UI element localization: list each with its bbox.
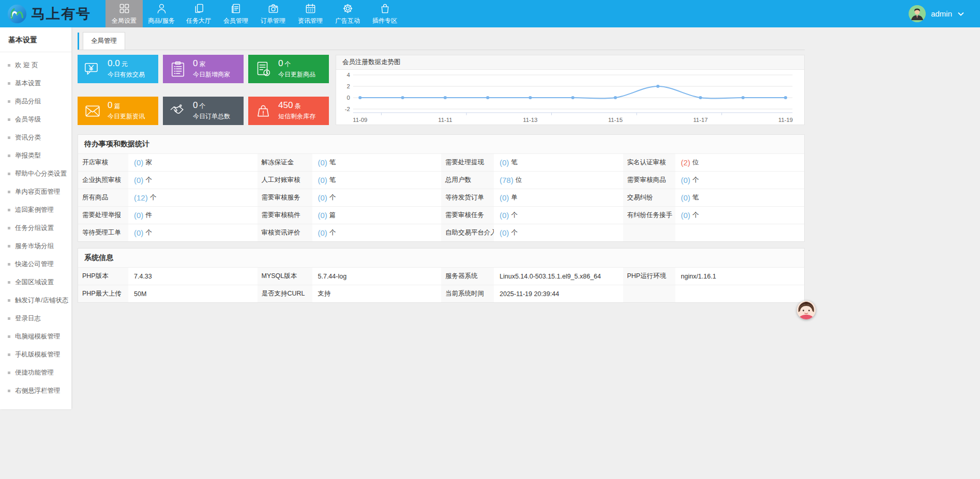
todo-value-unit: 笔 [511,158,518,167]
nav-item-order-mgmt[interactable]: 订单管理 [254,0,292,27]
todo-value-link[interactable]: (2) [681,158,690,167]
todo-value-unit: 个 [329,228,336,237]
todo-value-link[interactable]: (0) [681,211,690,220]
nav-item-ad-interact[interactable]: 广告互动 [329,0,366,27]
stat-card-text: 0个今日订单总数 [193,101,230,121]
sidebar-item-news-category[interactable]: 资讯分类 [0,129,71,147]
nav-item-global-settings[interactable]: 全局设置 [105,0,143,27]
todo-value-link[interactable]: (0) [134,211,143,220]
todo-value-link[interactable]: (0) [681,193,690,202]
todo-value-link[interactable]: (0) [134,228,143,237]
todo-value-link[interactable]: (0) [318,228,327,237]
todo-value-link[interactable]: (0) [318,176,327,184]
system-item-value: 5.7.44-log [312,268,442,285]
todo-value-link[interactable]: (0) [500,158,509,167]
sidebar-item-trigger-order-status[interactable]: 触发订单/店铺状态 [0,291,71,310]
todo-value-unit: 笔 [329,158,336,167]
todo-value-link[interactable]: (0) [681,176,690,184]
todo-value-link[interactable]: (0) [318,211,327,220]
stat-card-order-total[interactable]: 0个今日订单总数 [163,97,244,125]
system-info-panel: 系统信息 PHP版本7.4.33MYSQL版本5.7.44-log服务器系统Li… [78,248,805,303]
system-item-label: MYSQL版本 [258,268,312,285]
stat-card-label: 今日有效交易 [108,70,145,79]
envelope-icon [83,102,102,120]
tab-global-management[interactable]: 全局管理 [83,32,125,50]
stat-card-text: 450条短信剩余库存 [278,101,315,121]
stat-card-value: 0 [193,100,198,110]
nav-item-news-mgmt[interactable]: 资讯管理 [292,0,329,27]
stat-card-value: 0 [278,58,283,68]
sidebar-item-welcome[interactable]: 欢 迎 页 [0,56,71,74]
sidebar-item-single-page-mgmt[interactable]: 单内容页面管理 [0,183,71,201]
chevron-down-icon [957,10,964,18]
sidebar-item-region-settings[interactable]: 全国区域设置 [0,273,71,291]
todo-value-unit: 笔 [692,193,699,202]
user-menu[interactable]: admin [909,0,980,27]
todo-value-link[interactable]: (0) [500,193,509,202]
system-item-label: PHP版本 [78,268,128,285]
todo-value-unit: 件 [145,211,152,220]
sidebar-item-member-level[interactable]: 会员等级 [0,111,71,129]
svg-text:-2: -2 [345,106,350,112]
svg-text:11-15: 11-15 [608,117,623,123]
stat-card-new-merchants[interactable]: 0家今日新增商家 [163,55,244,83]
todo-value-link[interactable]: (0) [134,176,143,184]
nav-item-task-hall[interactable]: 任务大厅 [180,0,217,27]
todo-item-value: (0)笔 [675,189,805,206]
system-panel-title: 系统信息 [78,249,804,267]
system-row: PHP版本7.4.33MYSQL版本5.7.44-log服务器系统Linux5.… [78,267,804,285]
system-item-value: 50M [128,285,258,302]
todo-value-link[interactable]: (12) [134,193,148,202]
todo-value-unit: 个 [329,193,336,202]
todo-value-link[interactable]: (78) [500,176,514,184]
sidebar-item-help-center-category[interactable]: 帮助中心分类设置 [0,165,71,183]
nav-item-goods-services[interactable]: 商品/服务 [143,0,180,27]
sidebar-item-login-log[interactable]: 登录日志 [0,310,71,328]
nav-item-label: 商品/服务 [148,17,174,25]
sidebar-item-goods-group[interactable]: 商品分组 [0,92,71,111]
tab-accent [78,33,79,50]
svg-text:2: 2 [346,83,350,89]
sidebar-item-mobile-template-mgmt[interactable]: 手机版模板管理 [0,346,71,364]
customer-service-avatar[interactable] [797,301,816,319]
todo-item-label: 等待发货订单 [441,189,494,206]
todo-value-link[interactable]: (0) [500,211,509,220]
todo-item-label: 有纠纷任务接手 [623,207,675,224]
nav-item-plugin-zone[interactable]: 插件专区 [366,0,403,27]
stat-card-value: 0.0 [108,58,120,68]
nav-item-member-mgmt[interactable]: 会员管理 [217,0,254,27]
sidebar-item-pc-template-mgmt[interactable]: 电脑端模板管理 [0,328,71,346]
app-logo[interactable]: 马上有号 [0,0,105,27]
todo-item-value: (0)个 [675,172,805,189]
stat-card-updated-news[interactable]: 0篇今日更新资讯 [78,97,158,125]
todo-item-label: 所有商品 [78,189,128,206]
sidebar-item-express-company-mgmt[interactable]: 快递公司管理 [0,255,71,273]
sidebar-item-recover-case-mgmt[interactable]: 追回案例管理 [0,201,71,219]
todo-item-label: 需要处理举报 [78,207,128,224]
sidebar-item-report-type[interactable]: 举报类型 [0,147,71,165]
todo-value-link[interactable]: (0) [500,228,509,237]
todo-item-value: (0)家 [128,154,258,171]
sidebar-item-quick-function-mgmt[interactable]: 便捷功能管理 [0,364,71,382]
system-row: PHP最大上传50M是否支持CURL支持当前系统时间2025-11-19 20:… [78,285,804,302]
todo-item-value: (0)笔 [312,172,442,189]
tab-bar: 全局管理 [78,31,805,50]
sidebar-item-right-float-bar-mgmt[interactable]: 右侧悬浮栏管理 [0,382,71,400]
sidebar: 基本设置 欢 迎 页基本设置商品分组会员等级资讯分类举报类型帮助中心分类设置单内… [0,27,71,409]
stat-card-sms-stock[interactable]: 450条短信剩余库存 [248,97,329,125]
todo-value-link[interactable]: (0) [134,158,143,167]
stat-card-updated-goods[interactable]: 0个今日更新商品 [248,55,329,83]
sidebar-item-basic-settings[interactable]: 基本设置 [0,74,71,92]
svg-text:11-11: 11-11 [438,117,452,123]
main-nav: 全局设置商品/服务任务大厅会员管理订单管理资讯管理广告互动插件专区 [105,0,403,27]
todo-value-link[interactable]: (0) [318,193,327,202]
sidebar-item-service-market-group[interactable]: 服务市场分组 [0,237,71,255]
todo-item-value: (0)个 [128,224,258,241]
grid-icon [118,3,130,14]
todo-value-link[interactable]: (0) [318,158,327,167]
stat-card-text: 0篇今日更新资讯 [108,101,145,121]
todo-item-label: 解冻保证金 [258,154,312,171]
todo-item-label: 开店审核 [78,154,128,171]
stat-card-today-trades[interactable]: 0.0元今日有效交易 [78,55,158,83]
sidebar-item-task-group-settings[interactable]: 任务分组设置 [0,219,71,237]
